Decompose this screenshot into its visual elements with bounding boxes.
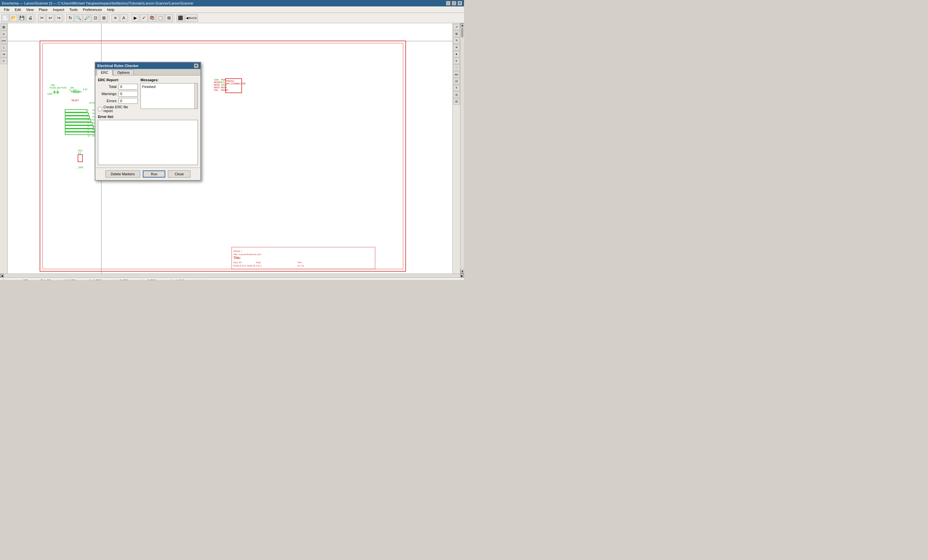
scroll-left-button[interactable]: ◀: [0, 274, 4, 278]
menu-view[interactable]: View: [23, 7, 37, 12]
save-button[interactable]: 💾: [18, 14, 26, 22]
svg-text:RS0: RS0: [78, 150, 82, 152]
schematic-canvas[interactable]: PB1 PUSH_BUTTON GND RR R_12V 3.3V RESET …: [8, 23, 452, 273]
table-button[interactable]: ⊞: [165, 14, 173, 22]
close-button[interactable]: Close: [168, 171, 191, 177]
lt-stretch[interactable]: ↕: [1, 44, 7, 50]
svg-text:RESET: RESET: [214, 81, 222, 84]
back-button[interactable]: ◀BACK: [185, 14, 198, 22]
close-button[interactable]: ✕: [458, 1, 462, 6]
scroll-down-button[interactable]: ▼: [461, 270, 464, 273]
lt-select[interactable]: ⊞: [1, 24, 7, 30]
messages-content: Finished: [142, 85, 156, 89]
lib-button[interactable]: 📚: [148, 14, 156, 22]
separator-3: [109, 14, 110, 22]
svg-text:1: 1: [88, 109, 89, 111]
rt-text[interactable]: T: [453, 85, 460, 91]
rt-ad[interactable]: AD: [453, 71, 460, 78]
svg-rect-34: [65, 113, 88, 115]
rt-dot[interactable]: ●: [453, 51, 460, 57]
pcb-button[interactable]: ⬛: [177, 14, 184, 22]
lt-mm[interactable]: mm: [1, 37, 7, 44]
right-toolbar: ↗ ⊞ ↰ ✕ ● ≡ ∷ AD ⊡ T ◎ ⊟: [452, 23, 460, 273]
refresh-button[interactable]: ↻: [66, 14, 74, 22]
y-coord: Y -0.700: [89, 279, 102, 280]
x-coord: X 3.950: [64, 279, 76, 280]
annot-button[interactable]: A: [120, 14, 128, 22]
svg-text:GND: GND: [47, 93, 52, 95]
zoom-in-button[interactable]: 🔍: [75, 14, 82, 22]
erc-titlebar: Electrical Rules Checker ✕: [95, 63, 200, 69]
warnings-input[interactable]: [119, 91, 138, 97]
rt-close[interactable]: ✕: [453, 44, 460, 50]
total-input[interactable]: [119, 84, 138, 90]
rt-circle[interactable]: ◎: [453, 92, 460, 98]
run-button[interactable]: Run: [143, 171, 165, 177]
bom-button[interactable]: 📋: [157, 14, 164, 22]
scroll-right-button[interactable]: ▶: [460, 274, 464, 278]
menu-edit[interactable]: Edit: [12, 7, 23, 12]
svg-text:RESET: RESET: [72, 99, 79, 102]
new-button[interactable]: 📄: [1, 14, 9, 22]
delete-markers-button[interactable]: Delete Markers: [105, 171, 140, 177]
scroll-track-h: [4, 274, 460, 278]
error-list-label: Error list:: [98, 115, 198, 119]
undo-button[interactable]: ↩: [46, 14, 54, 22]
scroll-up-button[interactable]: ▲: [461, 23, 464, 27]
zoom-sel-button[interactable]: ⊞: [100, 14, 108, 22]
titlebar-controls: − □ ✕: [446, 1, 462, 6]
svg-text:Sheet: /: Sheet: /: [233, 250, 242, 253]
svg-text:MISO: MISO: [214, 86, 220, 89]
zoom-out-button[interactable]: 🔎: [83, 14, 91, 22]
svg-text:0.0: 0.0: [78, 152, 81, 154]
rt-lines[interactable]: ≡: [453, 58, 460, 64]
zoom-fit-button[interactable]: ⊡: [92, 14, 99, 22]
scroll-thumb[interactable]: [461, 28, 463, 37]
lt-add[interactable]: +: [1, 58, 7, 64]
rt-box[interactable]: ⊡: [453, 78, 460, 84]
menu-help[interactable]: Help: [104, 7, 117, 12]
rt-grid[interactable]: ⊞: [453, 31, 460, 37]
left-toolbar: ⊞ in mm ↕ ⇒ +: [0, 23, 8, 273]
tab-erc[interactable]: ERC: [97, 70, 113, 75]
open-button[interactable]: 📂: [10, 14, 17, 22]
rt-undo[interactable]: ↰: [453, 37, 460, 44]
minimize-button[interactable]: −: [446, 1, 450, 6]
errors-label: Errors:: [98, 99, 117, 103]
messages-scrollbar[interactable]: [194, 84, 197, 108]
bottom-scrollbar[interactable]: ◀ ▶: [0, 273, 464, 278]
tab-options[interactable]: Options: [113, 70, 134, 75]
netlist-button[interactable]: ≡: [111, 14, 119, 22]
lt-inch[interactable]: in: [1, 31, 7, 37]
print-button[interactable]: 🖨: [26, 14, 34, 22]
rt-minus[interactable]: ⊟: [453, 98, 460, 105]
redo-button[interactable]: ↪: [55, 14, 63, 22]
messages-label: Messages:: [140, 78, 198, 82]
menu-file[interactable]: File: [1, 7, 12, 12]
erc-close-button[interactable]: ✕: [194, 64, 198, 68]
right-scrollbar[interactable]: ▲ ▼: [460, 23, 464, 273]
errors-input[interactable]: [119, 98, 138, 104]
maximize-button[interactable]: □: [452, 1, 456, 6]
svg-text:R_12V: R_12V: [70, 89, 77, 92]
erc-report-title: ERC Report:: [98, 78, 138, 82]
erc-button[interactable]: ✓: [140, 14, 148, 22]
rt-cursor[interactable]: ↗: [453, 24, 460, 30]
menu-preferences[interactable]: Preferences: [80, 7, 104, 12]
menu-place[interactable]: Place: [36, 7, 50, 12]
menu-tools[interactable]: Tools: [67, 7, 80, 12]
erc-dialog-title: Electrical Rules Checker: [97, 64, 139, 68]
lt-move[interactable]: ⇒: [1, 51, 7, 57]
menu-inspect[interactable]: Inspect: [50, 7, 67, 12]
net-count: Net count = 167: [3, 279, 28, 280]
create-report-checkbox[interactable]: [98, 107, 102, 111]
cut-button[interactable]: ✂: [38, 14, 46, 22]
svg-text:Date:: Date:: [256, 261, 261, 264]
svg-text:PB1: PB1: [51, 84, 55, 86]
run-button[interactable]: ▶: [131, 14, 139, 22]
rt-grid2[interactable]: ∷: [453, 64, 460, 71]
erc-tabs: ERC Options: [95, 69, 200, 75]
separator-2: [64, 14, 65, 22]
svg-text:MOSI: MOSI: [214, 84, 220, 86]
canvas-area[interactable]: PB1 PUSH_BUTTON GND RR R_12V 3.3V RESET …: [8, 23, 452, 273]
